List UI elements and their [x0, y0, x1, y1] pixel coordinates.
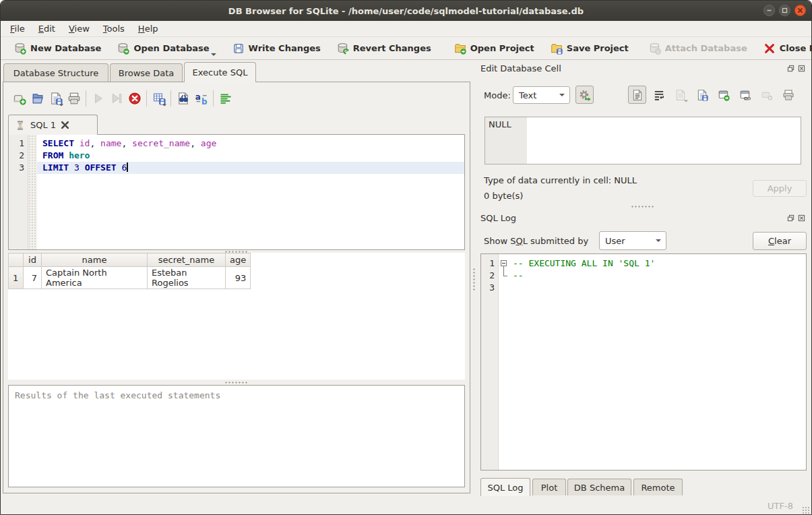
- menu-file[interactable]: File: [3, 22, 32, 35]
- tab-execute-sql[interactable]: Execute SQL: [184, 62, 256, 82]
- toolbar-separator: [213, 90, 214, 107]
- log-line-number: 3: [481, 282, 495, 294]
- print-sql-button[interactable]: [65, 90, 83, 108]
- close-panel-icon[interactable]: [798, 65, 805, 72]
- sql-line-3[interactable]: LIMIT 3 OFFSET 6: [37, 162, 464, 174]
- sql-code[interactable]: SELECT id, name, secret_name, ageFROM he…: [37, 135, 464, 249]
- editor-table-splitter[interactable]: [224, 250, 249, 254]
- import-data-button[interactable]: [671, 86, 689, 104]
- encoding-indicator[interactable]: UTF-8: [768, 501, 793, 511]
- statusbar: UTF-8: [1, 495, 811, 515]
- column-header-secret_name[interactable]: secret_name: [148, 253, 226, 267]
- text-cursor: [127, 162, 128, 172]
- stop-execution-button[interactable]: [125, 90, 144, 108]
- menu-view[interactable]: View: [62, 22, 96, 35]
- new-sql-tab-button[interactable]: [10, 90, 28, 108]
- db-new-icon: [14, 42, 26, 55]
- cell-editor[interactable]: NULL: [485, 117, 801, 164]
- open-sql-file-button[interactable]: [28, 90, 46, 108]
- log-fold-margin[interactable]: [499, 254, 510, 470]
- resize-grip[interactable]: [802, 506, 810, 514]
- word-wrap-button[interactable]: [650, 86, 668, 104]
- open-project-button[interactable]: Open Project: [446, 39, 542, 58]
- new-database-button[interactable]: New Database: [6, 39, 109, 58]
- dropdown-caret-icon[interactable]: [211, 53, 216, 56]
- results-grid[interactable]: idnamesecret_nameage17Captain North Amer…: [8, 253, 465, 380]
- float-log-icon[interactable]: [787, 214, 794, 222]
- sql-editor[interactable]: 123 SELECT id, name, secret_name, ageFRO…: [8, 134, 465, 250]
- export-results-button[interactable]: [150, 90, 168, 108]
- minimize-icon[interactable]: [763, 5, 775, 16]
- row-number-header[interactable]: [9, 253, 24, 267]
- text-mode-button[interactable]: [628, 86, 646, 104]
- close-tab-icon[interactable]: [61, 121, 69, 129]
- write-changes-button[interactable]: Write Changes: [224, 39, 329, 58]
- dock-tab-sql-log[interactable]: SQL Log: [480, 478, 530, 496]
- export-data-button[interactable]: [693, 86, 711, 104]
- play-end-icon: [110, 92, 123, 105]
- open-external-button[interactable]: [714, 86, 732, 104]
- print-cell-button[interactable]: [779, 86, 797, 104]
- titlebar[interactable]: DB Browser for SQLite - /home/user/code/…: [1, 1, 811, 21]
- column-header-age[interactable]: age: [226, 253, 251, 267]
- dock-tab-remote[interactable]: Remote: [633, 479, 683, 495]
- save-project-button[interactable]: Save Project: [542, 39, 637, 58]
- hourglass-icon: [15, 120, 26, 131]
- tab-browse-data[interactable]: Browse Data: [110, 63, 183, 82]
- row-number[interactable]: 1: [9, 267, 24, 289]
- log-filter-select[interactable]: User: [599, 231, 666, 250]
- float-panel-icon[interactable]: [787, 65, 794, 72]
- close-log-icon[interactable]: [798, 214, 805, 222]
- dropdown-caret-icon[interactable]: [59, 104, 63, 106]
- save-sql-file-button[interactable]: [46, 90, 65, 108]
- open-database-button[interactable]: Open Database: [109, 39, 217, 58]
- table-row[interactable]: 17Captain North AmericaEsteban Rogelios9…: [9, 267, 251, 289]
- mode-select[interactable]: Text: [513, 86, 570, 104]
- clear-log-button[interactable]: Clear: [753, 232, 807, 250]
- execute-current-line-button[interactable]: [107, 90, 125, 108]
- table-message-splitter[interactable]: [224, 381, 249, 385]
- revert-changes-button[interactable]: Revert Changes: [329, 39, 439, 58]
- x-red-icon: [763, 42, 776, 55]
- close-database-button[interactable]: Close Database: [755, 39, 812, 58]
- sql-line-2[interactable]: FROM hero: [37, 150, 464, 162]
- attach-database-button[interactable]: Attach Database: [641, 39, 755, 58]
- log-line: -- EXECUTING ALL IN 'SQL 1': [510, 258, 806, 270]
- close-icon[interactable]: [794, 5, 806, 16]
- menu-help[interactable]: Help: [131, 22, 165, 35]
- dock-splitter[interactable]: [631, 205, 655, 209]
- dropdown-caret-icon[interactable]: [684, 100, 688, 102]
- apply-button[interactable]: Apply: [753, 180, 807, 197]
- format-sql-button[interactable]: [216, 90, 235, 108]
- column-header-name[interactable]: name: [42, 253, 148, 267]
- open-external-icon: [718, 89, 730, 101]
- sql-log-title: SQL Log: [480, 213, 516, 223]
- dock-tab-plot[interactable]: Plot: [532, 479, 566, 495]
- tab-database-structure[interactable]: Database Structure: [3, 63, 108, 82]
- sql-log-view[interactable]: 123 -- EXECUTING ALL IN 'SQL 1'--: [480, 253, 807, 471]
- menu-tools[interactable]: Tools: [96, 22, 131, 35]
- table-cell[interactable]: 7: [24, 267, 42, 289]
- copy-link-button[interactable]: [736, 86, 754, 104]
- column-header-id[interactable]: id: [24, 253, 42, 267]
- panel-splitter[interactable]: [472, 268, 476, 291]
- dock-tab-db-schema[interactable]: DB Schema: [567, 479, 631, 495]
- auto-switch-mode-button[interactable]: [575, 86, 594, 104]
- table-cell[interactable]: Captain North America: [42, 267, 148, 289]
- execution-results-message[interactable]: Results of the last executed statements: [8, 385, 465, 487]
- table-cell[interactable]: Esteban Rogelios: [148, 267, 226, 289]
- set-null-button[interactable]: [757, 86, 776, 104]
- sql-tab[interactable]: SQL 1: [8, 115, 98, 135]
- maximize-icon[interactable]: [779, 5, 790, 16]
- find-button[interactable]: [174, 90, 192, 108]
- fold-collapse-icon[interactable]: [501, 260, 507, 266]
- import-file-icon: [675, 89, 687, 101]
- db-attach-icon: [649, 42, 661, 55]
- menu-edit[interactable]: Edit: [32, 22, 62, 35]
- table-cell[interactable]: 93: [226, 267, 251, 289]
- dropdown-caret-icon[interactable]: [162, 104, 166, 106]
- cell-text-area[interactable]: [527, 117, 801, 164]
- find-replace-button[interactable]: ab: [192, 90, 210, 108]
- sql-line-1[interactable]: SELECT id, name, secret_name, age: [37, 138, 464, 150]
- execute-sql-button[interactable]: [89, 90, 107, 108]
